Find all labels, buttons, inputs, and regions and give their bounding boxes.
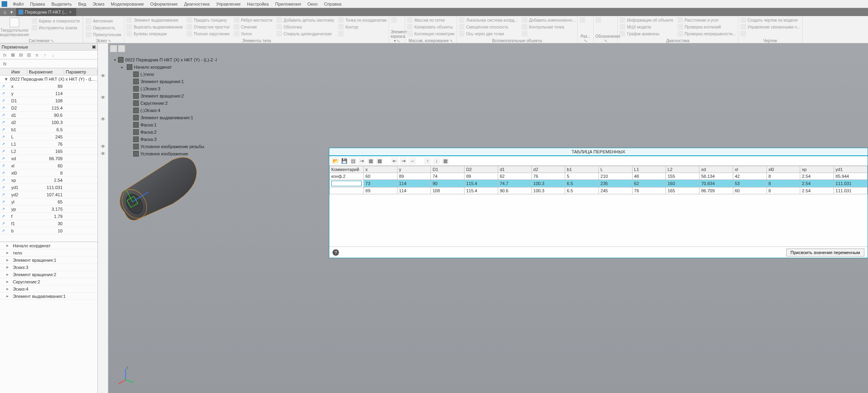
model-tree-item[interactable]: (‑)Эскиз:4 [114, 107, 217, 114]
save-icon[interactable]: 💾 [341, 157, 348, 165]
tree-item[interactable]: ▸Скругление:2 [0, 278, 97, 285]
dialog-column-header[interactable]: x [364, 166, 397, 173]
variable-row[interactable]: ↗xl60 [0, 162, 97, 169]
ribbon-item[interactable]: Массив по сетке [406, 17, 456, 23]
dialog-row[interactable]: конф.260897489627652104815558.1344282.54… [330, 173, 868, 180]
menu-item[interactable]: Окно [304, 1, 321, 7]
ribbon-item[interactable]: Прямоугольник [85, 31, 123, 38]
variable-row[interactable]: ↗L176 [0, 141, 97, 148]
variable-row[interactable]: ↗yd1111.031 [0, 184, 97, 191]
ribbon-item[interactable]: Ребро жесткости [233, 17, 274, 23]
tree-item[interactable]: ▸Начало координат [0, 242, 97, 249]
tool-icon[interactable]: ▩ [376, 157, 383, 165]
ribbon-item[interactable]: Создать чертеж по модели [739, 17, 801, 23]
eye-icon[interactable] [98, 101, 108, 108]
home-button[interactable]: ⌂ [1, 8, 9, 16]
eye-icon[interactable]: 👁 [98, 94, 108, 101]
help-icon[interactable]: ? [333, 249, 339, 256]
ribbon-item[interactable]: График кривизны [619, 31, 674, 37]
eye-icon[interactable]: 👁 [98, 143, 108, 150]
dialog-column-header[interactable]: d2 [531, 166, 565, 173]
ribbon-item[interactable]: Расстояние и угол [676, 17, 737, 23]
toolbar-btn[interactable]: π [33, 51, 41, 59]
dialog-column-header[interactable]: yd1 [834, 166, 868, 173]
dialog-column-header[interactable]: b1 [565, 166, 599, 173]
variable-row[interactable]: ↗yd2107.411 [0, 191, 97, 198]
vp-side-tool[interactable] [110, 45, 117, 52]
variable-row[interactable]: ↗L245 [0, 133, 97, 141]
variable-row[interactable]: ↗d2100.3 [0, 119, 97, 126]
open-icon[interactable]: 📂 [332, 157, 339, 165]
eye-icon[interactable] [98, 79, 108, 87]
var-root-title[interactable]: ▼ 0922 Перводник П НКТ (X) x НКТ (Y) - (… [0, 75, 97, 83]
variable-row[interactable]: ↗x89 [0, 83, 97, 90]
ribbon-item[interactable]: Спираль цилиндрическая [275, 31, 335, 37]
menu-item[interactable]: Правка [27, 1, 48, 7]
ribbon-item[interactable] [739, 31, 801, 37]
dialog-column-header[interactable]: L2 [666, 166, 700, 173]
ribbon-item[interactable] [521, 31, 577, 37]
variable-row[interactable]: ↗y114 [0, 90, 97, 97]
ribbon-item[interactable]: Точка по координатам [337, 17, 388, 23]
tool-icon[interactable]: ▦ [367, 157, 374, 165]
dialog-column-header[interactable]: D1 [431, 166, 464, 173]
toolbar-btn[interactable]: ▥ [25, 51, 32, 59]
variable-row[interactable]: ↗f130 [0, 220, 97, 227]
viewport-3d[interactable]: ▾ 0922 Перводник П НКТ (X) x НКТ (Y) - (… [108, 43, 868, 393]
variable-row[interactable]: ↗D1108 [0, 97, 97, 104]
menu-item[interactable]: Приложения [272, 1, 304, 7]
model-tree-item[interactable]: Элемент вращения:2 [114, 92, 217, 100]
tree-item[interactable]: ▸Эскиз:4 [0, 285, 97, 293]
solid-modeling-button[interactable]: Твердотельное моделирование [0, 16, 29, 38]
dialog-column-header[interactable]: L1 [632, 166, 666, 173]
ribbon-item[interactable]: МЦХ модели [619, 24, 674, 30]
arrow-down-icon[interactable]: ↓ [433, 157, 440, 165]
ribbon-item[interactable]: Смещённая плоскость [458, 24, 519, 30]
ribbon-item[interactable]: Автолиния [85, 18, 123, 24]
ribbon-item[interactable]: Уклон [233, 31, 274, 37]
ribbon-item[interactable]: Проверка коллизий [676, 24, 737, 30]
model-tree-item[interactable]: Фаска:3 [114, 136, 217, 143]
dialog-column-header[interactable]: xd [700, 166, 733, 173]
menu-item[interactable]: Управление [213, 1, 244, 7]
menu-item[interactable]: Файл [10, 1, 27, 7]
model-tree-item[interactable]: Фаска:1 [114, 121, 217, 128]
eye-icon[interactable]: 👁 [98, 72, 108, 79]
tree-item[interactable]: ▸тело [0, 249, 97, 257]
ribbon-item[interactable]: Ось через две точки [458, 31, 519, 37]
dialog-column-header[interactable]: xl [733, 166, 767, 173]
ribbon-item[interactable]: Оболочка [275, 24, 335, 30]
eye-icon[interactable] [98, 87, 108, 94]
ribbon-item[interactable]: Управление связанными ч... [739, 24, 801, 30]
variable-row[interactable]: ↗xl08 [0, 169, 97, 177]
model-tree-item[interactable]: Фаска:2 [114, 128, 217, 136]
insert-row-icon[interactable]: ⇤ [391, 157, 398, 165]
formula-input[interactable] [10, 60, 97, 68]
tool-icon[interactable]: ⇥ [358, 157, 365, 165]
menu-item[interactable]: Оформление [147, 1, 181, 7]
model-tree-item[interactable]: Элемент выдавливания:1 [114, 114, 217, 121]
toolbar-btn[interactable]: ▦ [9, 51, 16, 59]
tree-item[interactable]: ▸Элемент вращения:1 [0, 257, 97, 264]
ribbon-item[interactable]: Копировать объекты [406, 24, 456, 30]
model-tree-root[interactable]: ▾ 0922 Перводник П НКТ (X) x НКТ (Y) - (… [114, 56, 217, 63]
menu-item[interactable]: Справка [321, 1, 345, 7]
tree-item[interactable]: ▸Эскиз:3 [0, 264, 97, 271]
dialog-column-header[interactable]: y [397, 166, 431, 173]
tree-item[interactable]: ▸Элемент вращения:2 [0, 271, 97, 278]
toolbar-btn[interactable]: ↑ [41, 51, 49, 59]
panel-pin-icon[interactable]: ▣ [92, 44, 96, 49]
document-tab[interactable]: Перводник П НКТ (... × [16, 8, 76, 16]
fx-icon[interactable]: fx [1, 51, 8, 59]
model-tree-item[interactable]: Элемент вращения:1 [114, 78, 217, 85]
model-tree-item[interactable]: ▸ Начало координат [114, 63, 217, 71]
model-tree-item[interactable]: Скругление:2 [114, 100, 217, 107]
menu-item[interactable]: Диагностика [181, 1, 213, 7]
dialog-column-header[interactable]: D2 [464, 166, 498, 173]
dialog-column-header[interactable]: Комментарий [330, 166, 364, 173]
ribbon-item[interactable]: Информация об объекте [619, 17, 674, 23]
dialog-column-header[interactable]: L [599, 166, 633, 173]
ribbon-item[interactable]: Полное скругление [185, 31, 231, 37]
tool-icon[interactable]: ▤ [349, 157, 357, 165]
menu-item[interactable]: Моделирование [107, 1, 147, 7]
